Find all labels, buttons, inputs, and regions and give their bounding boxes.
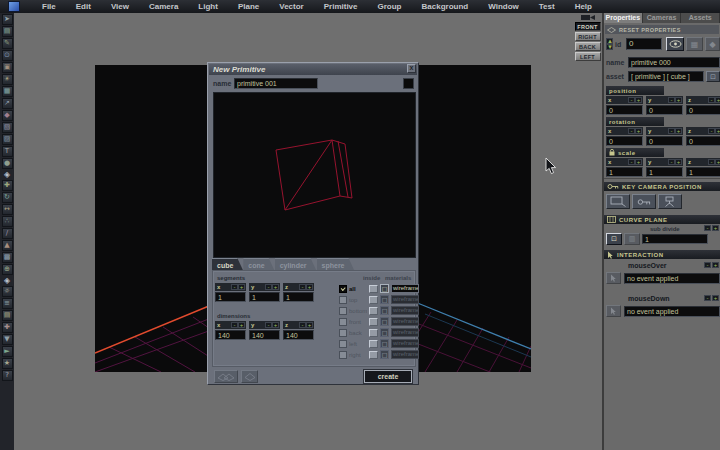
visibility-toggle-button[interactable] (666, 37, 684, 51)
face-tool-icon[interactable]: ▲ (2, 240, 13, 251)
material-input[interactable]: wireframe (391, 317, 419, 326)
view-direction-button[interactable]: BACK (575, 42, 601, 51)
menu-item[interactable]: Window (478, 0, 529, 13)
material-tool-icon[interactable]: ● (2, 158, 13, 169)
eyedrop-tool-icon[interactable]: ▼ (2, 334, 13, 345)
snap-tool-icon[interactable]: ⊕ (2, 264, 13, 275)
view-direction-button[interactable]: RIGHT (575, 32, 601, 41)
scale-input[interactable]: 1 (606, 167, 643, 177)
increment-button[interactable]: + (715, 128, 720, 134)
material-input[interactable]: wireframe (391, 284, 419, 293)
mesh-tool-icon[interactable]: ▩ (2, 252, 13, 263)
primitive-tool-icon[interactable]: ◆ (2, 110, 13, 121)
inside-checkbox[interactable] (369, 329, 378, 337)
increment-button[interactable]: + (715, 159, 720, 165)
face-checkbox[interactable] (339, 340, 347, 348)
object-name-input[interactable]: primitive 000 (628, 57, 720, 68)
scale-input[interactable]: 1 (686, 167, 720, 177)
light-tool-icon[interactable]: ☀ (2, 74, 13, 85)
increment-button[interactable]: + (635, 128, 642, 134)
primitive-name-input[interactable]: primitive 001 (234, 78, 318, 89)
material-file-icon[interactable]: □ (380, 350, 389, 359)
select-tool-icon[interactable]: ➤ (2, 14, 13, 25)
material-file-icon[interactable]: □ (380, 295, 389, 304)
decrement-button[interactable]: - (708, 128, 715, 134)
subdivide-mode-a-button[interactable]: ⊡ (606, 233, 622, 245)
camera-tripod-button[interactable] (658, 194, 682, 209)
decrement-button[interactable]: - (628, 97, 635, 103)
face-checkbox[interactable] (339, 318, 347, 326)
set-view-button[interactable] (606, 194, 630, 209)
menu-item[interactable]: Vector (269, 0, 313, 13)
material-input[interactable]: wireframe (391, 339, 419, 348)
subdivide-input[interactable]: 1 (642, 234, 708, 244)
subdivide-increment-button[interactable]: + (712, 225, 719, 231)
material-input[interactable]: wireframe (391, 306, 419, 315)
paint-tool-icon[interactable]: ✚ (2, 322, 13, 333)
menu-item[interactable]: Light (188, 0, 228, 13)
decrement-button[interactable]: - (668, 128, 675, 134)
key-position-button[interactable] (632, 194, 656, 209)
face-checkbox[interactable] (339, 285, 347, 293)
dialog-titlebar[interactable]: New Primitive (209, 64, 417, 75)
material-file-icon[interactable]: □ (380, 317, 389, 326)
plane-tool-icon[interactable]: ▦ (2, 86, 13, 97)
grid-tool-icon[interactable]: ≡ (2, 298, 13, 309)
background-tool-icon[interactable]: ▨ (2, 134, 13, 145)
wireframe-double-plane-button[interactable] (214, 370, 238, 383)
menu-item[interactable]: File (32, 0, 66, 13)
decrement-button[interactable]: - (708, 159, 715, 165)
id-down-button[interactable]: ▼ (606, 44, 613, 50)
reset-properties-button[interactable]: RESET PROPERTIES (605, 25, 719, 34)
app-logo[interactable] (8, 1, 20, 12)
vertex-tool-icon[interactable]: ∴ (2, 216, 13, 227)
vector-tool-icon[interactable]: ↗ (2, 98, 13, 109)
material-file-icon[interactable]: □ (380, 284, 389, 293)
menu-item[interactable]: Background (412, 0, 479, 13)
decrement-button[interactable]: - (668, 97, 675, 103)
inside-checkbox[interactable] (369, 340, 378, 348)
settings-tool-icon[interactable]: ☼ (2, 286, 13, 297)
decrement-button[interactable]: - (668, 159, 675, 165)
view-direction-button[interactable]: LEFT (575, 52, 601, 61)
view-direction-button[interactable]: FRONT (575, 22, 601, 31)
menu-item[interactable]: Test (529, 0, 565, 13)
face-checkbox[interactable] (339, 329, 347, 337)
event-decrement-button[interactable]: - (704, 295, 711, 301)
event-value-input[interactable]: no event applied (624, 273, 720, 284)
decrement-button[interactable]: - (628, 159, 635, 165)
close-icon[interactable]: x (407, 64, 416, 73)
group-tool-icon[interactable]: ▧ (2, 122, 13, 133)
increment-button[interactable]: + (675, 159, 682, 165)
event-increment-button[interactable]: + (712, 295, 719, 301)
wireframe-plane-button[interactable] (241, 370, 258, 383)
material-input[interactable]: wireframe (391, 295, 419, 304)
render-tool-icon[interactable]: ★ (2, 358, 13, 369)
subdivide-decrement-button[interactable]: - (704, 225, 711, 231)
help-tool-icon[interactable]: ? (2, 370, 13, 381)
position-input[interactable]: 0 (686, 105, 720, 115)
increment-button[interactable]: + (675, 128, 682, 134)
render-toggle-button[interactable]: ◆ (705, 37, 720, 51)
decrement-button[interactable]: - (628, 128, 635, 134)
camera-tool-icon[interactable]: ▣ (2, 62, 13, 73)
material-file-icon[interactable]: □ (380, 328, 389, 337)
menu-item[interactable]: Primitive (314, 0, 368, 13)
scale-tool-icon[interactable]: ↔ (2, 204, 13, 215)
rotate-tool-icon[interactable]: ↻ (2, 192, 13, 203)
inside-checkbox[interactable] (369, 296, 378, 304)
color-swatch[interactable] (403, 78, 414, 89)
id-input[interactable]: 0 (626, 38, 662, 50)
event-increment-button[interactable]: + (712, 262, 719, 268)
menu-item[interactable]: Edit (66, 0, 101, 13)
edit-tool-icon[interactable]: ✎ (2, 38, 13, 49)
inside-checkbox[interactable] (369, 351, 378, 359)
material-file-icon[interactable]: □ (380, 339, 389, 348)
face-checkbox[interactable] (339, 307, 347, 315)
face-checkbox[interactable] (339, 351, 347, 359)
primitive-preview[interactable] (213, 92, 416, 258)
scale-input[interactable]: 1 (646, 167, 683, 177)
rotation-input[interactable]: 0 (606, 136, 643, 146)
panel-tab[interactable]: Cameras (643, 12, 682, 23)
material-file-icon[interactable]: □ (380, 306, 389, 315)
